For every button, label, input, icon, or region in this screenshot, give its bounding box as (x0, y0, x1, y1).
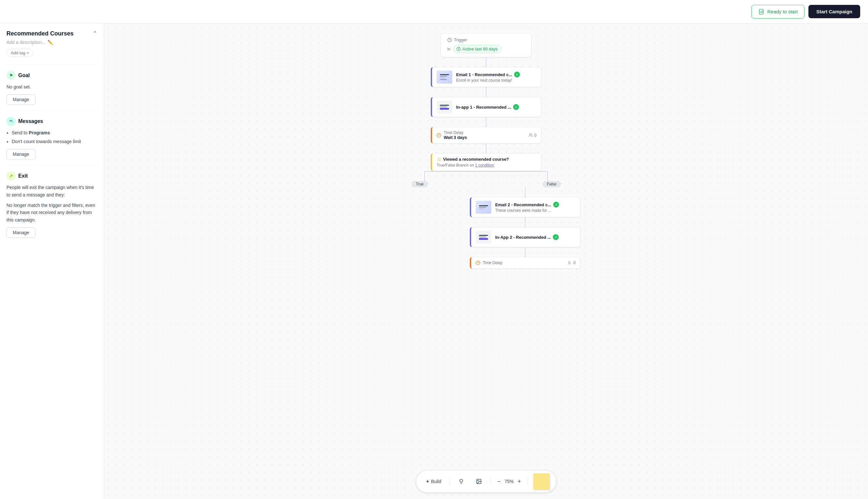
i2l3 (479, 238, 488, 240)
audience-icon (529, 133, 533, 137)
true-branch-arm: True (411, 181, 428, 187)
branch-split-top (405, 171, 568, 181)
false-branch-nodes: Email 2 - Recommended c... ✓ These cours… (470, 187, 581, 269)
email1-check-badge: ✓ (514, 72, 520, 77)
branch-subtitle: True/False Branch on 1 condition (437, 163, 537, 168)
image-icon (476, 478, 482, 484)
canvas-content: Trigger in Active last 90 days (104, 23, 868, 499)
time-delay1-label: Time Delay (444, 131, 467, 135)
toolbar-divider-1 (450, 477, 450, 485)
audience2-icon (568, 261, 572, 265)
messages-section: Messages Send to Programs Don't count to… (7, 111, 97, 159)
time-delay1-icon (437, 133, 441, 137)
trigger-node[interactable]: Trigger in Active last 90 days (440, 33, 532, 57)
i2l1 (479, 235, 488, 236)
e2l2 (479, 207, 486, 208)
inapp1-check-badge: ✓ (513, 104, 519, 110)
inapp2-thumb-lines (478, 233, 489, 241)
sidebar-title: Recommended Courses (7, 30, 74, 37)
plus-icon: + (27, 50, 29, 55)
email1-title: Email 1 - Recommended c... ✓ (456, 72, 537, 77)
exit-icon: ↗ (7, 171, 16, 181)
zoom-in-button[interactable]: + (516, 477, 523, 486)
time-delay1-value: Wait 3 days (444, 135, 467, 140)
email1-node[interactable]: Email 1 - Recommended c... ✓ Enroll in y… (431, 67, 542, 87)
exit-manage-button[interactable]: Manage (7, 227, 35, 238)
description-row: Add a description... ✏️ (7, 40, 97, 45)
email1-thumb-lines (439, 73, 450, 81)
branch-left-vline (424, 171, 425, 181)
email2-thumb (476, 201, 491, 214)
email2-title: Email 2 - Recommended c... ✓ (495, 202, 575, 208)
messages-icon (7, 117, 16, 126)
trigger-badge-text: Active last 90 days (462, 47, 498, 51)
goal-section-header: ⚑ Goal (7, 71, 97, 80)
inapp2-title-text: In-App 2 - Recommended ... (495, 235, 551, 240)
clock-icon (456, 47, 461, 51)
connector-2 (486, 87, 486, 97)
inapp1-title: In-app 1 - Recommended ... ✓ (456, 104, 537, 110)
zoom-level: 75% (505, 479, 514, 484)
canvas: Trigger in Active last 90 days (104, 23, 868, 499)
zoom-out-button[interactable]: − (496, 477, 502, 486)
false-branch-arm: False (543, 181, 561, 187)
add-tag-button[interactable]: Add tag + (7, 49, 33, 57)
false-connector-1 (525, 187, 525, 197)
svg-point-4 (530, 134, 531, 135)
build-button[interactable]: + Build (423, 477, 444, 486)
branch-horizontal-line (424, 171, 548, 172)
sticky-note (533, 473, 549, 489)
email1-subtitle: Enroll in your next course today! (456, 78, 537, 83)
messages-section-title: Messages (18, 118, 43, 124)
goal-section-title: Goal (18, 73, 30, 78)
time-delay1-info: Time Delay Wait 3 days (437, 131, 467, 140)
time-delay1-node[interactable]: Time Delay Wait 3 days 0 (431, 127, 542, 144)
exit-section-header: ↗ Exit (7, 171, 97, 181)
flow-container: Trigger in Active last 90 days (104, 23, 868, 499)
time-delay1-content: Time Delay Wait 3 days (444, 131, 467, 140)
svg-point-6 (569, 261, 570, 263)
branch-right-vline (547, 171, 548, 181)
branch-subtitle-prefix: True/False Branch on (437, 163, 475, 168)
ready-to-start-label: Ready to start (768, 9, 798, 14)
toolbar-divider-2 (490, 477, 491, 485)
branch-title: Viewed a recommended course? (437, 157, 537, 162)
messages-manage-button[interactable]: Manage (7, 149, 35, 159)
ready-to-start-button[interactable]: Ready to start (751, 5, 805, 19)
tl2 (440, 76, 447, 77)
messages-bullet1-prefix: Send to (12, 130, 29, 135)
branch-node[interactable]: Viewed a recommended course? True/False … (431, 153, 542, 171)
toolbar: + Build − 75% + (416, 470, 556, 492)
time-delay2-node[interactable]: Time Delay 0 (470, 257, 581, 269)
edit-icon[interactable]: ✏️ (48, 40, 53, 45)
branch-condition-link[interactable]: 1 condition (475, 163, 494, 168)
exit-section-body: People will exit the campaign when it's … (7, 184, 97, 223)
false-branch-content: Email 2 - Recommended c... ✓ These cours… (389, 187, 584, 269)
sidebar: Recommended Courses ⌃ Add a description.… (0, 23, 104, 499)
start-campaign-button[interactable]: Start Campaign (808, 5, 860, 18)
collapse-button[interactable]: ⌃ (93, 30, 97, 37)
connector-1 (486, 57, 486, 67)
image-button[interactable] (473, 477, 485, 486)
email2-node[interactable]: Email 2 - Recommended c... ✓ These cours… (470, 197, 581, 217)
inapp2-check-badge: ✓ (553, 234, 559, 240)
tl1 (440, 74, 449, 75)
trigger-icon (447, 38, 452, 42)
inapp1-node[interactable]: In-app 1 - Recommended ... ✓ (431, 97, 542, 117)
inapp1-thumb (437, 100, 452, 113)
time-delay2-icon (476, 260, 480, 265)
inapp2-node[interactable]: In-App 2 - Recommended ... ✓ (470, 227, 581, 247)
inapp2-content: In-App 2 - Recommended ... ✓ (495, 234, 575, 240)
add-tag-label: Add tag (11, 50, 25, 55)
email2-thumb-lines (478, 204, 489, 211)
goal-icon: ⚑ (7, 71, 16, 80)
tl3 (440, 77, 445, 78)
goal-manage-button[interactable]: Manage (7, 94, 35, 105)
il2 (440, 106, 447, 107)
trigger-filter-label: in (447, 47, 450, 51)
lightbulb-button[interactable] (455, 477, 467, 486)
false-branch-label: False (543, 181, 561, 187)
toolbar-divider-3 (527, 477, 528, 485)
header: Ready to start Start Campaign (0, 0, 868, 23)
email2-title-text: Email 2 - Recommended c... (495, 202, 551, 207)
